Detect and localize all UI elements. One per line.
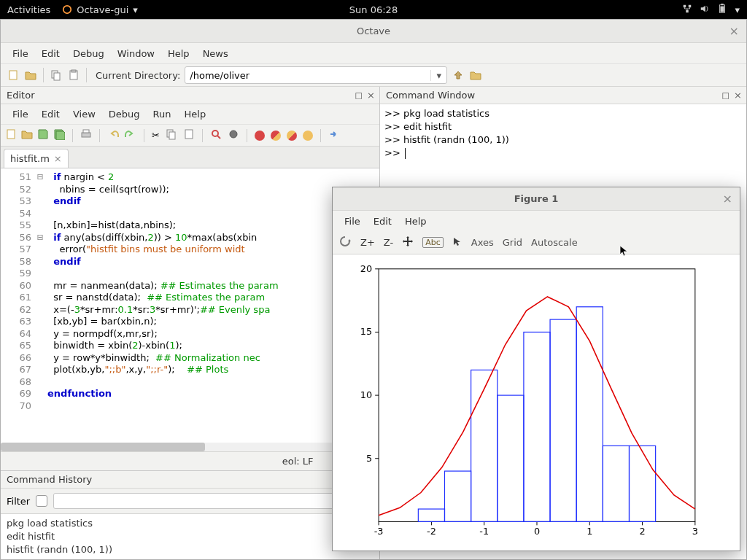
- editor-tab-histfit[interactable]: histfit.m ×: [4, 149, 69, 168]
- open-folder-icon[interactable]: [24, 69, 37, 82]
- breakpoint-toggle-icon[interactable]: [287, 131, 297, 141]
- new-file-icon[interactable]: [5, 128, 17, 142]
- code-line[interactable]: 65 binwidth = xbin(2)-xbin(1);: [1, 340, 379, 352]
- redo-icon[interactable]: [125, 128, 136, 142]
- code-line[interactable]: 51⊟ if nargin < 2: [1, 171, 379, 184]
- new-script-icon[interactable]: [7, 69, 20, 82]
- find-icon[interactable]: [210, 128, 222, 142]
- figure-window[interactable]: Figure 1 × File Edit Help Z+ Z- Abc Axes…: [332, 187, 740, 551]
- volume-icon[interactable]: [700, 4, 710, 16]
- select-icon[interactable]: [452, 236, 462, 249]
- menu-debug[interactable]: Debug: [67, 45, 110, 62]
- code-line[interactable]: 53 endif: [1, 195, 379, 208]
- rotate-icon[interactable]: [338, 235, 352, 250]
- current-directory-input[interactable]: [185, 70, 430, 81]
- autoscale-button[interactable]: Autoscale: [531, 237, 578, 248]
- code-line[interactable]: 56⊟ if any(abs(diff(xbin,2)) > 10*max(ab…: [1, 232, 379, 244]
- zoom-out-button[interactable]: Z-: [384, 237, 393, 248]
- zoom-in-button[interactable]: Z+: [360, 237, 375, 248]
- code-line[interactable]: 67 plot(xb,yb,";;b",x,y,";;r-"); ## Plot…: [1, 364, 379, 376]
- code-line[interactable]: 58 endif: [1, 256, 379, 268]
- figure-menu-edit[interactable]: Edit: [368, 213, 398, 230]
- dock-float-icon[interactable]: ◻: [355, 90, 363, 101]
- figure-menu-file[interactable]: File: [338, 213, 366, 230]
- history-item[interactable]: pkg load statistics: [7, 517, 374, 530]
- dock-close-icon[interactable]: ×: [734, 90, 742, 101]
- editor-menu-file[interactable]: File: [7, 106, 34, 122]
- code-line[interactable]: 62 x=(-3*sr+mr:0.1*sr:3*sr+mr)';## Evenl…: [1, 304, 379, 316]
- activities-button[interactable]: Activities: [7, 4, 50, 15]
- menu-help[interactable]: Help: [162, 45, 196, 62]
- copy-icon[interactable]: [50, 69, 63, 82]
- network-icon[interactable]: [682, 4, 692, 16]
- app-menu[interactable]: Octave-gui ▾: [62, 4, 137, 15]
- directory-up-icon[interactable]: [452, 69, 465, 82]
- code-line[interactable]: 69endfunction: [1, 388, 379, 400]
- breakpoint-cond-icon[interactable]: [271, 131, 281, 141]
- copy-icon-2[interactable]: [166, 128, 177, 142]
- code-line[interactable]: 60 mr = nanmean(data); ## Estimates the …: [1, 280, 379, 292]
- grid-button[interactable]: Grid: [503, 237, 522, 248]
- window-titlebar[interactable]: Octave ×: [1, 20, 746, 43]
- undo-icon[interactable]: [107, 128, 119, 142]
- editor-menu-edit[interactable]: Edit: [36, 106, 66, 122]
- battery-icon[interactable]: [717, 4, 727, 16]
- history-filter-input[interactable]: [53, 493, 374, 509]
- window-close-button[interactable]: ×: [729, 24, 739, 38]
- command-history-title[interactable]: Command History: [1, 471, 379, 489]
- code-line[interactable]: 54: [1, 208, 379, 220]
- code-line[interactable]: 68: [1, 376, 379, 389]
- text-icon[interactable]: Abc: [422, 237, 444, 248]
- run-icon[interactable]: [228, 128, 239, 142]
- editor-dock-title[interactable]: Editor ◻×: [1, 87, 379, 104]
- figure-titlebar[interactable]: Figure 1 ×: [333, 187, 740, 211]
- history-list[interactable]: pkg load statisticsedit histfithistfit (…: [1, 513, 379, 559]
- system-menu-chevron-icon[interactable]: ▾: [735, 4, 740, 15]
- print-icon[interactable]: [80, 128, 92, 142]
- current-directory-combo[interactable]: ▾: [185, 66, 447, 84]
- menu-edit[interactable]: Edit: [36, 45, 66, 62]
- step-icon[interactable]: [328, 128, 340, 142]
- code-line[interactable]: 59: [1, 268, 379, 280]
- history-item[interactable]: edit histfit: [7, 530, 374, 543]
- clock[interactable]: Sun 06:28: [349, 4, 398, 15]
- code-line[interactable]: 52 nbins = ceil(sqrt(row));: [1, 184, 379, 196]
- axes-button[interactable]: Axes: [471, 237, 494, 248]
- menu-file[interactable]: File: [7, 45, 34, 62]
- history-item[interactable]: histfit (randn (100, 1)): [7, 543, 374, 556]
- paste-icon-2[interactable]: [183, 128, 195, 142]
- paste-icon[interactable]: [67, 69, 80, 82]
- code-line[interactable]: 64 y = normpdf(x,mr,sr);: [1, 328, 379, 341]
- editor-menu-run[interactable]: Run: [147, 106, 177, 122]
- code-line[interactable]: 57 error("histfit bins must be uniform w…: [1, 244, 379, 256]
- command-window-title[interactable]: Command Window ◻×: [380, 87, 746, 104]
- breakpoint-icon[interactable]: [255, 131, 265, 141]
- editor-hscrollbar[interactable]: [1, 443, 379, 451]
- code-line[interactable]: 61 sr = nanstd(data); ## Estimates the p…: [1, 292, 379, 304]
- code-line[interactable]: 70: [1, 400, 379, 413]
- directory-dropdown-icon[interactable]: ▾: [430, 70, 446, 81]
- figure-menu-help[interactable]: Help: [399, 213, 433, 230]
- open-file-icon[interactable]: [21, 128, 33, 142]
- figure-canvas[interactable]: -3-2-101235101520: [333, 254, 740, 551]
- history-filter-checkbox[interactable]: [36, 495, 47, 507]
- save-all-icon[interactable]: [53, 128, 65, 142]
- code-line[interactable]: 66 y = row*y*binwidth; ## Normalization …: [1, 352, 379, 365]
- figure-close-button[interactable]: ×: [723, 192, 732, 206]
- code-line[interactable]: 55 [n,xbin]=hist(data,nbins);: [1, 219, 379, 232]
- browse-folder-icon[interactable]: [469, 69, 482, 82]
- editor-menu-help[interactable]: Help: [179, 106, 212, 122]
- dock-close-icon[interactable]: ×: [367, 90, 375, 101]
- menu-window[interactable]: Window: [112, 45, 160, 62]
- tab-close-icon[interactable]: ×: [54, 153, 62, 164]
- cut-icon[interactable]: ✂: [152, 130, 160, 141]
- pan-icon[interactable]: [402, 236, 414, 249]
- dock-float-icon[interactable]: ◻: [721, 90, 729, 101]
- breakpoint-clear-icon[interactable]: [303, 131, 313, 141]
- code-line[interactable]: 63 [xb,yb] = bar(xbin,n);: [1, 316, 379, 328]
- editor-menu-view[interactable]: View: [67, 106, 101, 122]
- save-icon[interactable]: [37, 128, 49, 142]
- editor-menu-debug[interactable]: Debug: [103, 106, 146, 122]
- code-editor[interactable]: 51⊟ if nargin < 252 nbins = ceil(sqrt(ro…: [1, 168, 379, 451]
- menu-news[interactable]: News: [197, 45, 234, 62]
